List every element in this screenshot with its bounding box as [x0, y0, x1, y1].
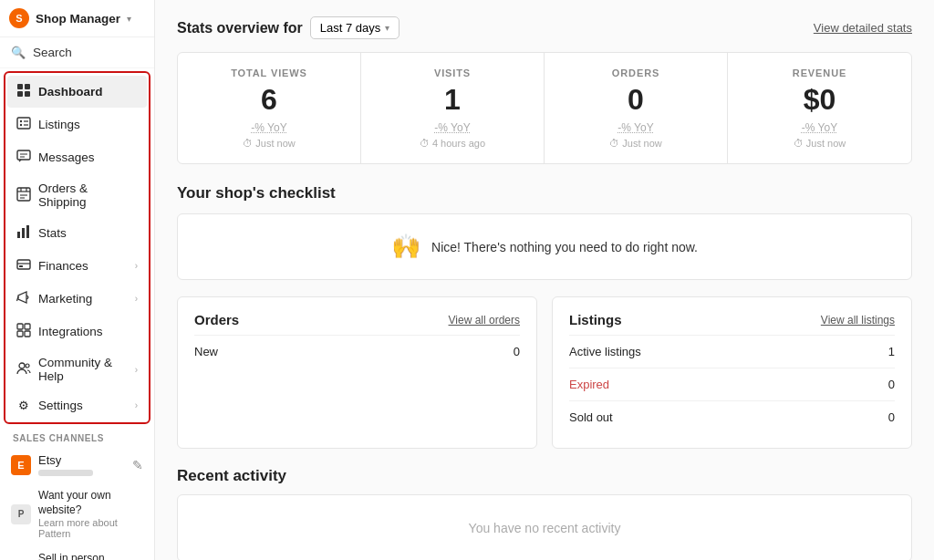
orders-row-label-new: New — [194, 345, 218, 358]
sidebar-header[interactable]: S Shop Manager ▾ — [0, 0, 154, 37]
stat-yoy-visits: -% YoY — [378, 121, 527, 134]
listings-row-expired: Expired 0 — [569, 368, 895, 400]
stat-value-visits: 1 — [378, 84, 527, 116]
marketing-label: Marketing — [38, 292, 128, 306]
orders-shipping-label: Orders & Shipping — [38, 181, 138, 209]
shop-manager-icon: S — [9, 8, 29, 28]
sidebar-item-community[interactable]: Community & Help › — [7, 348, 147, 390]
svg-rect-25 — [25, 331, 30, 337]
recent-activity-title: Recent activity — [177, 467, 912, 485]
square-info: Sell in person Find out how with Square — [38, 552, 143, 560]
sidebar-item-messages[interactable]: Messages — [7, 141, 147, 173]
sidebar-item-orders-shipping[interactable]: Orders & Shipping — [7, 174, 147, 216]
sidebar-item-integrations[interactable]: Integrations — [7, 316, 147, 347]
community-arrow: › — [135, 365, 138, 375]
svg-point-26 — [19, 363, 25, 368]
stat-card-orders: ORDERS 0 -% YoY ⏱Just now — [545, 53, 728, 163]
listings-row-active: Active listings 1 — [569, 335, 895, 368]
stat-label-views: TOTAL VIEWS — [194, 67, 344, 78]
svg-rect-1 — [25, 84, 30, 89]
period-selector[interactable]: Last 7 days ▾ — [310, 16, 400, 39]
marketing-arrow: › — [135, 294, 138, 304]
sidebar-nav: Dashboard Listings Messages — [0, 68, 154, 560]
sales-channels-section: SALES CHANNELS E Etsy ✎ P Want your own … — [0, 426, 154, 560]
highlighted-nav-group: Dashboard Listings Messages — [4, 71, 150, 424]
view-detailed-stats-link[interactable]: View detailed stats — [814, 21, 912, 35]
orders-panel: Orders View all orders New 0 — [177, 296, 537, 449]
period-caret-icon: ▾ — [385, 23, 389, 33]
sidebar-item-listings[interactable]: Listings — [7, 109, 147, 140]
integrations-icon — [16, 323, 31, 340]
integrations-label: Integrations — [38, 325, 138, 338]
svg-rect-18 — [26, 225, 29, 238]
svg-point-7 — [20, 124, 22, 126]
listings-label: Listings — [38, 118, 138, 131]
orders-panel-title: Orders — [194, 312, 239, 327]
svg-rect-17 — [22, 228, 25, 238]
svg-rect-23 — [25, 324, 30, 329]
listings-row-value-soldout: 0 — [888, 410, 895, 424]
dashboard-icon — [16, 83, 31, 100]
dashboard-label: Dashboard — [38, 85, 138, 99]
finances-label: Finances — [38, 259, 128, 273]
checklist-icon: 🙌 — [391, 233, 420, 261]
channel-square[interactable]: □ Sell in person Find out how with Squar… — [0, 545, 154, 560]
sidebar: S Shop Manager ▾ 🔍 Search Dashboard List… — [0, 0, 155, 560]
sidebar-item-stats[interactable]: Stats — [7, 217, 147, 249]
stat-yoy-orders: -% YoY — [561, 121, 711, 134]
main-content: Stats overview for Last 7 days ▾ View de… — [155, 0, 934, 560]
view-all-orders-link[interactable]: View all orders — [449, 314, 520, 327]
listings-row-label-soldout: Sold out — [569, 410, 613, 424]
orders-row-value-new: 0 — [514, 345, 520, 358]
stat-card-revenue: REVENUE $0 -% YoY ⏱Just now — [728, 53, 911, 163]
sidebar-search[interactable]: 🔍 Search — [0, 37, 154, 68]
settings-label: Settings — [38, 399, 128, 412]
svg-rect-24 — [17, 331, 23, 337]
search-label: Search — [33, 46, 72, 59]
stat-card-visits: VISITS 1 -% YoY ⏱4 hours ago — [361, 53, 545, 163]
no-activity-message: You have no recent activity — [469, 521, 621, 535]
svg-rect-4 — [17, 118, 30, 129]
stat-time-orders: ⏱Just now — [561, 138, 711, 149]
svg-point-27 — [26, 364, 29, 368]
sidebar-item-dashboard[interactable]: Dashboard — [7, 76, 147, 108]
sidebar-item-marketing[interactable]: Marketing › — [7, 283, 147, 315]
period-label: Last 7 days — [320, 21, 381, 35]
svg-rect-22 — [17, 324, 23, 329]
sidebar-item-finances[interactable]: Finances › — [7, 250, 147, 282]
stat-time-views: ⏱Just now — [194, 138, 344, 149]
sales-channels-label: SALES CHANNELS — [0, 426, 154, 447]
sidebar-item-settings[interactable]: ⚙ Settings › — [7, 391, 147, 420]
view-all-listings-link[interactable]: View all listings — [821, 314, 895, 327]
channel-pattern[interactable]: P Want your own website? Learn more abou… — [0, 482, 154, 545]
pattern-info: Want your own website? Learn more about … — [38, 489, 143, 539]
etsy-edit-icon[interactable]: ✎ — [132, 458, 143, 472]
community-icon — [16, 361, 31, 379]
svg-point-5 — [20, 120, 22, 122]
stat-value-orders: 0 — [561, 84, 711, 116]
svg-rect-10 — [17, 188, 30, 201]
etsy-name: Etsy — [38, 453, 61, 467]
svg-rect-0 — [17, 84, 23, 89]
caret-icon: ▾ — [127, 14, 131, 24]
stat-label-orders: ORDERS — [561, 67, 711, 78]
messages-icon — [16, 149, 31, 166]
channel-etsy[interactable]: E Etsy ✎ — [0, 447, 154, 482]
stats-overview-header: Stats overview for Last 7 days ▾ View de… — [177, 16, 912, 39]
recent-activity-section: Recent activity You have no recent activ… — [177, 467, 912, 560]
svg-rect-16 — [17, 232, 20, 238]
pattern-sub: Learn more about Pattern — [38, 517, 143, 539]
checklist-title: Your shop's checklist — [177, 184, 912, 202]
recent-activity-empty: You have no recent activity — [177, 494, 912, 560]
search-icon: 🔍 — [11, 46, 26, 59]
finances-icon — [16, 257, 31, 275]
stats-label: Stats — [38, 226, 138, 240]
finances-arrow: › — [135, 261, 138, 271]
checklist-box: 🙌 Nice! There's nothing you need to do r… — [177, 213, 912, 280]
listings-icon — [16, 116, 31, 133]
settings-icon: ⚙ — [16, 399, 31, 412]
listings-row-value-active: 1 — [888, 345, 895, 358]
stat-card-views: TOTAL VIEWS 6 -% YoY ⏱Just now — [178, 53, 361, 163]
orders-icon — [16, 187, 31, 204]
pattern-icon: P — [11, 504, 31, 524]
